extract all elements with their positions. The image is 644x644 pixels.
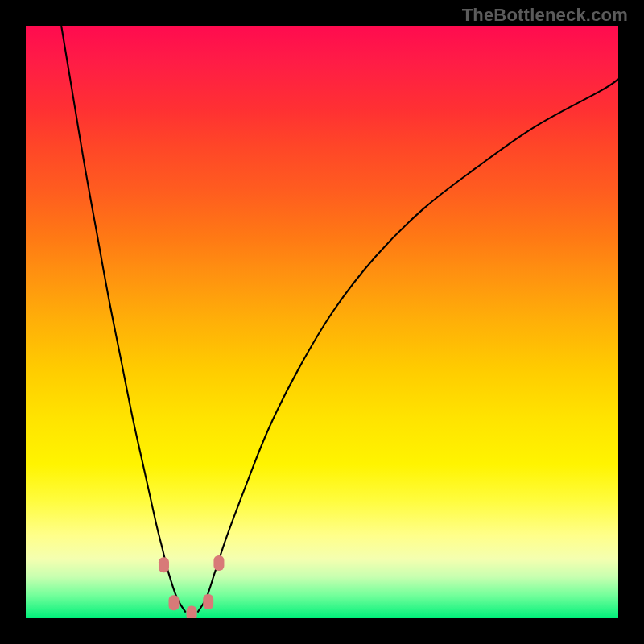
watermark-text: TheBottleneck.com — [462, 5, 628, 26]
bottleneck-curve-right — [197, 79, 618, 612]
curve-markers — [159, 555, 224, 618]
chart-frame: TheBottleneck.com — [0, 0, 644, 644]
curve-layer — [26, 26, 618, 618]
curve-marker — [169, 595, 180, 610]
bottleneck-curve-left — [61, 26, 186, 613]
curve-marker — [159, 557, 169, 572]
plot-area — [26, 26, 618, 618]
curve-marker — [203, 594, 213, 609]
curve-marker — [187, 606, 197, 618]
curve-marker — [213, 555, 224, 571]
